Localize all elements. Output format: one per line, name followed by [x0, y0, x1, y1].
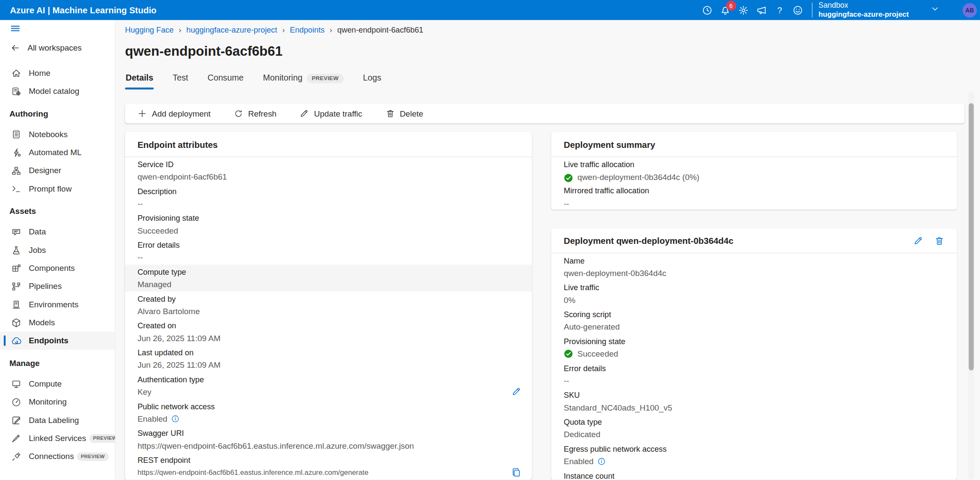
- sidebar-item-monitoring[interactable]: Monitoring: [0, 393, 115, 411]
- field-label: Scoring script: [564, 309, 944, 319]
- field-label: Error details: [564, 363, 944, 373]
- detail-row-authentication-type: Authentication type Key: [125, 372, 532, 399]
- detail-row-quota-type: Quota type Dedicated: [551, 415, 957, 442]
- help-button[interactable]: ?: [770, 0, 788, 20]
- tab-bar: Details Test Consume Monitoring PREVIEW: [125, 69, 980, 90]
- detail-row-egress-public-network-access: Egress public network access Enabled: [551, 442, 957, 469]
- field-value: Auto-generated: [564, 321, 620, 332]
- sidebar-item-model-catalog[interactable]: Model catalog: [0, 82, 115, 100]
- info-icon[interactable]: [171, 414, 179, 423]
- plus-icon: [137, 109, 147, 118]
- sidebar-item-label: Model catalog: [29, 86, 79, 96]
- pencil-icon: [300, 109, 309, 118]
- sidebar-item-compute[interactable]: Compute: [0, 375, 115, 393]
- tab-details[interactable]: Details: [125, 69, 154, 90]
- all-workspaces-link[interactable]: All workspaces: [0, 39, 115, 57]
- sidebar-item-label: Components: [29, 264, 75, 273]
- sidebar-item-models[interactable]: Models: [0, 313, 115, 331]
- sidebar-item-label: Designer: [29, 166, 61, 175]
- sidebar-item-label: Compute: [29, 379, 62, 389]
- sidebar-item-components[interactable]: Components: [0, 259, 115, 277]
- sidebar-item-label: Data Labeling: [29, 415, 79, 425]
- sidebar-item-data[interactable]: Data: [0, 223, 115, 241]
- add-deployment-button[interactable]: Add deployment: [137, 109, 211, 118]
- avatar[interactable]: AB: [962, 3, 977, 18]
- tab-monitoring[interactable]: Monitoring PREVIEW: [262, 69, 344, 90]
- field-value: Jun 26, 2025 11:09 AM: [137, 360, 220, 370]
- breadcrumb-link[interactable]: Hugging Face: [125, 25, 174, 34]
- detail-row-rest-endpoint: REST endpoint https://qwen-endpoint-6acf…: [125, 453, 532, 480]
- breadcrumb-link[interactable]: Endpoints: [290, 25, 325, 34]
- trash-icon: [385, 109, 395, 118]
- detail-row-created-by: Created by Alvaro Bartolome: [125, 291, 532, 318]
- chevron-down-icon: [931, 4, 939, 15]
- gear-icon: [738, 5, 748, 15]
- sidebar-item-label: Home: [29, 68, 51, 78]
- history-button[interactable]: [698, 0, 716, 20]
- detail-row-service-id: Service ID qwen-endpoint-6acf6b61: [125, 157, 532, 184]
- sidebar-item-label: Data: [29, 227, 46, 237]
- sidebar-item-automated-ml[interactable]: Automated ML: [0, 143, 115, 161]
- sidebar-nav: Home Model catalog Authoring: [0, 56, 115, 465]
- topbar-divider: [812, 3, 812, 18]
- sidebar-item-authoring: Authoring: [0, 104, 115, 123]
- edit-deployment-icon[interactable]: [913, 236, 923, 246]
- breadcrumb-link[interactable]: huggingface-azure-project: [186, 25, 277, 34]
- field-value: Succeeded: [578, 348, 618, 359]
- detail-row-public-network-access: Public network access Enabled: [125, 399, 532, 426]
- breadcrumb-separator: ›: [330, 25, 332, 34]
- delete-deployment-icon[interactable]: [934, 236, 944, 246]
- detail-row-provisioning-state: Provisioning state Succeeded: [551, 334, 957, 361]
- edit-icon[interactable]: [511, 387, 521, 396]
- copy-icon[interactable]: [511, 467, 521, 477]
- update-traffic-button[interactable]: Update traffic: [300, 109, 362, 118]
- cards-area: Endpoint attributes Service ID qwen-endp…: [125, 132, 980, 480]
- sidebar-item-linked-services[interactable]: Linked Services PREVIEW: [0, 429, 115, 447]
- sidebar-item-connections[interactable]: Connections PREVIEW: [0, 447, 115, 465]
- sidebar-item-notebooks[interactable]: Notebooks: [0, 125, 115, 143]
- breadcrumb-link[interactable]: qwen-endpoint-6acf6b61: [337, 25, 423, 34]
- sidebar-item-prompt-flow[interactable]: Prompt flow: [0, 180, 115, 198]
- models-icon: [11, 318, 21, 327]
- settings-button[interactable]: [734, 0, 752, 20]
- sidebar-item-home[interactable]: Home: [0, 64, 115, 82]
- announcements-button[interactable]: [752, 0, 770, 20]
- sidebar-item-environments[interactable]: Environments: [0, 295, 115, 313]
- workspace-chevron-button[interactable]: [927, 4, 942, 15]
- tab-label: Details: [125, 72, 153, 84]
- hamburger-icon: [10, 23, 21, 36]
- sidebar-item-designer[interactable]: Designer: [0, 162, 115, 180]
- top-app-bar: Azure AI | Machine Learning Studio 6 ? S…: [0, 0, 980, 20]
- field-label: Service ID: [137, 159, 519, 169]
- tab-logs[interactable]: Logs: [362, 69, 382, 90]
- sidebar-item-endpoints[interactable]: Endpoints: [0, 332, 115, 350]
- field-label: Compute type: [137, 267, 519, 277]
- notifications-button[interactable]: 6: [716, 0, 734, 20]
- info-icon[interactable]: [597, 457, 605, 465]
- card-title: Endpoint attributes: [137, 138, 217, 151]
- refresh-button[interactable]: Refresh: [234, 109, 277, 118]
- field-value: Jun 26, 2025 11:09 AM: [137, 333, 220, 343]
- tab-consume[interactable]: Consume: [207, 69, 244, 90]
- sidebar-item-pipelines[interactable]: Pipelines: [0, 277, 115, 295]
- sidebar-section-header: Authoring: [9, 108, 48, 118]
- mirrored-traffic-allocation-value: --: [564, 198, 569, 210]
- menu-toggle-button[interactable]: [0, 20, 115, 39]
- sidebar-item-data-labeling[interactable]: Data Labeling: [0, 411, 115, 429]
- workspace-switcher[interactable]: Sandbox huggingface-azure-project: [819, 1, 909, 18]
- arrow-left-icon: [11, 43, 20, 52]
- field-value: --: [137, 252, 143, 263]
- scrollbar-thumb[interactable]: [969, 103, 974, 370]
- sidebar-item-jobs[interactable]: Jobs: [0, 241, 115, 259]
- detail-row-description: Description --: [125, 184, 532, 211]
- smiley-icon: [792, 5, 803, 15]
- detail-row-instance-count: Instance count 1: [551, 468, 957, 480]
- svg-text:?: ?: [777, 5, 782, 15]
- delete-button[interactable]: Delete: [385, 109, 423, 118]
- tab-test[interactable]: Test: [172, 69, 189, 90]
- field-label: Provisioning state: [564, 336, 944, 346]
- tab-label: Monitoring: [263, 72, 302, 84]
- feedback-button[interactable]: [789, 0, 807, 20]
- deployment-detail-rows: Name qwen-deployment-0b364d4c: [551, 253, 957, 480]
- sidebar-section-header: Assets: [9, 206, 36, 216]
